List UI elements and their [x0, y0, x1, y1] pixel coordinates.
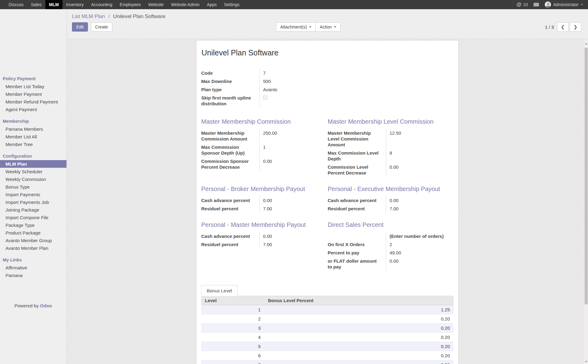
group-title: Direct Sales Percent [328, 221, 454, 228]
sidebar-item-affirmative[interactable]: Affirmative [0, 264, 66, 272]
field-label: Cash advance percent [328, 196, 386, 205]
sidebar-item-member-list-all[interactable]: Member List All [0, 133, 66, 141]
field-value-max-downline: 500 [259, 77, 328, 85]
sidebar-item-pamana-members[interactable]: Pamana Members [0, 125, 66, 133]
field-value: 49.00 [386, 249, 454, 257]
notebook-tabs: Bonus Level [201, 285, 454, 296]
form-group-main: Code 7 Max Downline 500 Plan type Avanto… [201, 69, 328, 108]
pager-previous-button[interactable]: ❮ [557, 22, 569, 32]
menu-accounting[interactable]: Accounting [88, 0, 116, 9]
scroll-down-icon[interactable] [585, 361, 587, 362]
group-title: Master Membership Level Commission [328, 118, 454, 125]
table-row[interactable]: 5 0.20 [201, 342, 454, 351]
sidebar-item-bonus-type[interactable]: Bonus Type [0, 183, 66, 191]
menu-discuss[interactable]: Discuss [5, 0, 27, 9]
top-navbar: Discuss Sales MLM Inventory Accounting E… [0, 0, 588, 9]
sidebar-item-mlm-plan[interactable]: MLM Plan [0, 160, 66, 168]
field-value: 0.00 [259, 196, 328, 205]
user-name: Administrator [553, 2, 579, 7]
table-row[interactable]: 6 0.20 [201, 351, 454, 360]
pager-next-button[interactable]: ❯ [570, 22, 581, 32]
pager-count: 1 / 3 [545, 24, 554, 30]
sidebar-item-member-refund-payment[interactable]: Member Refund Payment [0, 98, 66, 106]
messages-icon[interactable] [533, 3, 539, 6]
group-personal-executive-membership-payout: Personal - Executive Membership Payout C… [328, 177, 454, 213]
sidebar-item-import-compone-file[interactable]: Import Compone File [0, 214, 66, 221]
field-label: Master Membership Commission Amount [201, 129, 259, 143]
field-label: Commission Level Percent Decrease [328, 163, 386, 177]
field-label-plan-type: Plan type [201, 85, 259, 94]
action-dropdown[interactable]: Action [315, 22, 341, 32]
table-row[interactable]: 1 1.25 [201, 305, 454, 314]
sidebar-item-product-package[interactable]: Product Package [0, 229, 66, 237]
sidebar-item-import-payments-job[interactable]: Import Payments Job [0, 198, 66, 206]
cell-level: 1 [201, 305, 264, 314]
field-value: 0.00 [386, 163, 454, 177]
field-value: 0.00 [386, 196, 454, 205]
sidebar-item-joining-package[interactable]: Joining Package [0, 206, 66, 214]
sidebar-item-member-tree[interactable]: Member Tree [0, 141, 66, 148]
table-row[interactable]: 7 0.20 [201, 360, 454, 364]
table-row[interactable]: 4 0.20 [201, 333, 454, 342]
field-value-code: 7 [259, 69, 328, 77]
edit-button[interactable]: Edit [72, 22, 88, 32]
form-sheet: Unilevel Plan Software Code 7 Max Downli… [196, 40, 459, 364]
menu-inventory[interactable]: Inventory [62, 0, 88, 9]
breadcrumb-parent-link[interactable]: List MLM Plan [72, 13, 105, 19]
menu-mlm[interactable]: MLM [45, 0, 62, 9]
app-menubar: Discuss Sales MLM Inventory Accounting E… [0, 0, 243, 9]
attachments-dropdown[interactable]: Attachment(s) [276, 22, 316, 32]
table-header-row: Level Bonus Level Percent [201, 296, 454, 305]
sidebar-item-avanto-member-plan[interactable]: Avanto Member Plan [0, 244, 66, 252]
field-value: 12.50 [386, 129, 454, 149]
cell-level: 7 [201, 360, 264, 364]
field-label-max-downline: Max Downline [201, 77, 259, 85]
field-label: Percent to pay [328, 249, 386, 257]
cell-level: 5 [201, 342, 264, 351]
menu-settings[interactable]: Settings [220, 0, 243, 9]
cell-bonus-level-percent: 0.20 [264, 324, 454, 333]
sidebar-section-title: Policy Payment [0, 75, 66, 83]
chevron-down-icon [309, 26, 311, 28]
sidebar-item-package-type[interactable]: Package Type [0, 221, 66, 229]
column-header-level[interactable]: Level [201, 296, 264, 305]
field-value: 0.00 [259, 157, 328, 171]
sidebar-section-title: Configuration [0, 152, 66, 160]
menu-sales[interactable]: Sales [27, 0, 45, 9]
sidebar-item-avanto-member-group[interactable]: Avanto Member Group [0, 237, 66, 244]
menu-website[interactable]: Website [145, 0, 167, 9]
scroll-up-icon[interactable] [585, 43, 587, 44]
mentions-counter[interactable]: @ 10 [516, 2, 528, 8]
menu-website-admin[interactable]: Website Admin [167, 0, 203, 9]
tab-bonus-level[interactable]: Bonus Level [201, 285, 238, 296]
field-value: 1 [259, 143, 328, 157]
column-header-bonus-level-percent[interactable]: Bonus Level Percent [264, 296, 454, 305]
sidebar-item-weekly-scheduler[interactable]: Weekly Scheduler [0, 168, 66, 175]
attachments-label: Attachment(s) [280, 24, 307, 29]
powered-by: Powered by Odoo [0, 303, 66, 308]
sidebar-item-weekly-commssion[interactable]: Weekly Commssion [0, 175, 66, 183]
vertical-scrollbar[interactable] [584, 40, 588, 364]
sidebar-item-import-payments[interactable]: Import Payments [0, 191, 66, 198]
user-menu[interactable]: Administrator [545, 1, 583, 8]
field-label: Residuel percent [201, 240, 259, 249]
field-label: Max Commission Sponsor Depth (Up) [201, 143, 259, 157]
field-value: 0.00 [259, 232, 328, 240]
sidebar-item-agent-payment[interactable]: Agent Payment [0, 106, 66, 113]
table-row[interactable]: 3 0.20 [201, 324, 454, 333]
sidebar-item-member-payment[interactable]: Member Payment [0, 90, 66, 98]
powered-by-text: Powered by [14, 303, 39, 308]
breadcrumb-current: Unilevel Plan Software [113, 13, 165, 19]
menu-employees[interactable]: Employees [116, 0, 145, 9]
odoo-brand-link[interactable]: Odoo [40, 303, 52, 308]
control-panel: List MLM Plan / Unilevel Plan Software E… [67, 9, 588, 39]
sidebar-section-membership: Membership Pamana Members Member List Al… [0, 118, 66, 148]
menu-apps[interactable]: Apps [203, 0, 221, 9]
sidebar-item-pamana[interactable]: Pamana [0, 272, 66, 279]
table-row[interactable]: 2 0.20 [201, 314, 454, 324]
field-label-empty [328, 232, 386, 240]
scrollbar-thumb[interactable] [585, 48, 588, 304]
create-button[interactable]: Create [91, 22, 112, 32]
field-label: Cash advance percent [201, 196, 259, 205]
sidebar-item-member-list-today[interactable]: Member List Today [0, 83, 66, 90]
